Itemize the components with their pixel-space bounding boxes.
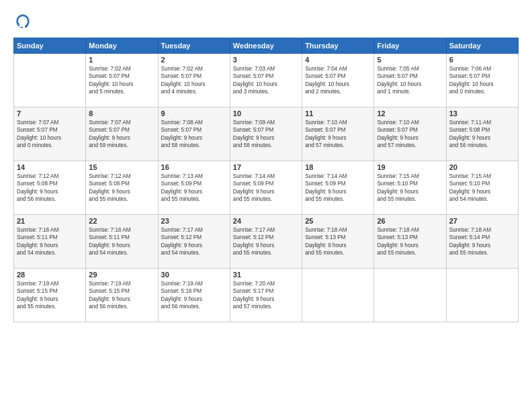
day-number: 15 [89,163,154,171]
calendar-cell: 4Sunrise: 7:04 AM Sunset: 5:07 PM Daylig… [302,54,374,107]
calendar-cell: 23Sunrise: 7:17 AM Sunset: 5:12 PM Dayli… [158,215,230,269]
calendar-cell: 27Sunrise: 7:18 AM Sunset: 5:14 PM Dayli… [446,215,518,269]
cell-details: Sunrise: 7:19 AM Sunset: 5:15 PM Dayligh… [17,280,83,311]
calendar-cell: 6Sunrise: 7:06 AM Sunset: 5:07 PM Daylig… [446,54,518,107]
calendar-cell: 5Sunrise: 7:05 AM Sunset: 5:07 PM Daylig… [374,54,446,107]
calendar-cell: 20Sunrise: 7:15 AM Sunset: 5:10 PM Dayli… [446,161,518,215]
weekday-header-row: SundayMondayTuesdayWednesdayThursdayFrid… [14,38,519,54]
cell-details: Sunrise: 7:19 AM Sunset: 5:16 PM Dayligh… [161,280,227,311]
day-number: 26 [377,217,443,225]
day-number: 22 [89,217,154,225]
calendar-cell: 25Sunrise: 7:18 AM Sunset: 5:13 PM Dayli… [302,215,374,269]
weekday-saturday: Saturday [446,38,518,54]
week-row-4: 28Sunrise: 7:19 AM Sunset: 5:15 PM Dayli… [14,269,519,322]
calendar-cell: 30Sunrise: 7:19 AM Sunset: 5:16 PM Dayli… [158,269,230,322]
calendar-cell [374,269,446,322]
cell-details: Sunrise: 7:15 AM Sunset: 5:10 PM Dayligh… [449,173,515,203]
day-number: 12 [377,109,443,118]
day-number: 9 [161,109,227,118]
day-number: 7 [17,109,83,118]
calendar-cell: 24Sunrise: 7:17 AM Sunset: 5:12 PM Dayli… [230,215,302,269]
day-number: 20 [449,163,515,171]
calendar-cell: 8Sunrise: 7:07 AM Sunset: 5:07 PM Daylig… [86,107,158,161]
cell-details: Sunrise: 7:12 AM Sunset: 5:08 PM Dayligh… [17,173,83,203]
cell-details: Sunrise: 7:12 AM Sunset: 5:08 PM Dayligh… [89,173,154,203]
calendar-cell: 2Sunrise: 7:02 AM Sunset: 5:07 PM Daylig… [158,54,230,107]
cell-details: Sunrise: 7:07 AM Sunset: 5:07 PM Dayligh… [89,119,154,150]
calendar-cell [14,54,86,107]
day-number: 8 [89,109,154,118]
week-row-2: 14Sunrise: 7:12 AM Sunset: 5:08 PM Dayli… [14,161,519,215]
calendar-cell: 21Sunrise: 7:16 AM Sunset: 5:11 PM Dayli… [14,215,86,269]
day-number: 4 [305,56,371,64]
day-number: 19 [377,163,443,171]
cell-details: Sunrise: 7:18 AM Sunset: 5:13 PM Dayligh… [377,226,443,257]
weekday-monday: Monday [86,38,158,54]
cell-details: Sunrise: 7:15 AM Sunset: 5:10 PM Dayligh… [377,173,443,203]
day-number: 18 [305,163,371,171]
cell-details: Sunrise: 7:14 AM Sunset: 5:09 PM Dayligh… [305,173,371,203]
calendar-cell: 29Sunrise: 7:19 AM Sunset: 5:15 PM Dayli… [86,269,158,322]
cell-details: Sunrise: 7:03 AM Sunset: 5:07 PM Dayligh… [233,65,299,96]
calendar-cell: 28Sunrise: 7:19 AM Sunset: 5:15 PM Dayli… [14,269,86,322]
day-number: 14 [17,163,83,171]
day-number: 10 [233,109,299,118]
calendar-cell: 15Sunrise: 7:12 AM Sunset: 5:08 PM Dayli… [86,161,158,215]
day-number: 30 [161,271,227,279]
weekday-friday: Friday [374,38,446,54]
day-number: 2 [161,56,227,64]
calendar-cell: 3Sunrise: 7:03 AM Sunset: 5:07 PM Daylig… [230,54,302,107]
cell-details: Sunrise: 7:02 AM Sunset: 5:07 PM Dayligh… [161,65,227,96]
logo [13,12,35,31]
calendar-cell: 7Sunrise: 7:07 AM Sunset: 5:07 PM Daylig… [14,107,86,161]
day-number: 11 [305,109,371,118]
cell-details: Sunrise: 7:08 AM Sunset: 5:07 PM Dayligh… [161,119,227,150]
day-number: 27 [449,217,515,225]
cell-details: Sunrise: 7:17 AM Sunset: 5:12 PM Dayligh… [233,226,299,257]
calendar-cell: 18Sunrise: 7:14 AM Sunset: 5:09 PM Dayli… [302,161,374,215]
calendar-cell: 16Sunrise: 7:13 AM Sunset: 5:09 PM Dayli… [158,161,230,215]
calendar-cell: 10Sunrise: 7:09 AM Sunset: 5:07 PM Dayli… [230,107,302,161]
calendar-cell: 14Sunrise: 7:12 AM Sunset: 5:08 PM Dayli… [14,161,86,215]
day-number: 23 [161,217,227,225]
calendar-cell: 12Sunrise: 7:10 AM Sunset: 5:07 PM Dayli… [374,107,446,161]
calendar-cell: 9Sunrise: 7:08 AM Sunset: 5:07 PM Daylig… [158,107,230,161]
day-number: 6 [449,56,515,64]
cell-details: Sunrise: 7:18 AM Sunset: 5:14 PM Dayligh… [449,226,515,257]
weekday-tuesday: Tuesday [158,38,230,54]
cell-details: Sunrise: 7:18 AM Sunset: 5:13 PM Dayligh… [305,226,371,257]
day-number: 17 [233,163,299,171]
logo-icon [13,12,32,31]
calendar-cell: 26Sunrise: 7:18 AM Sunset: 5:13 PM Dayli… [374,215,446,269]
week-row-1: 7Sunrise: 7:07 AM Sunset: 5:07 PM Daylig… [14,107,519,161]
week-row-0: 1Sunrise: 7:02 AM Sunset: 5:07 PM Daylig… [14,54,519,107]
calendar-table: SundayMondayTuesdayWednesdayThursdayFrid… [13,38,519,322]
day-number: 16 [161,163,227,171]
cell-details: Sunrise: 7:05 AM Sunset: 5:07 PM Dayligh… [377,65,443,96]
day-number: 31 [233,271,299,279]
calendar-cell: 11Sunrise: 7:10 AM Sunset: 5:07 PM Dayli… [302,107,374,161]
cell-details: Sunrise: 7:09 AM Sunset: 5:07 PM Dayligh… [233,119,299,150]
calendar-cell [446,269,518,322]
cell-details: Sunrise: 7:19 AM Sunset: 5:15 PM Dayligh… [89,280,154,311]
weekday-sunday: Sunday [14,38,86,54]
day-number: 25 [305,217,371,225]
cell-details: Sunrise: 7:11 AM Sunset: 5:08 PM Dayligh… [449,119,515,150]
cell-details: Sunrise: 7:16 AM Sunset: 5:11 PM Dayligh… [89,226,154,257]
weekday-thursday: Thursday [302,38,374,54]
cell-details: Sunrise: 7:16 AM Sunset: 5:11 PM Dayligh… [17,226,83,257]
calendar-cell: 31Sunrise: 7:20 AM Sunset: 5:17 PM Dayli… [230,269,302,322]
header [13,12,519,31]
calendar-page: SundayMondayTuesdayWednesdayThursdayFrid… [0,0,532,411]
calendar-cell [302,269,374,322]
calendar-cell: 22Sunrise: 7:16 AM Sunset: 5:11 PM Dayli… [86,215,158,269]
day-number: 28 [17,271,83,279]
day-number: 21 [17,217,83,225]
cell-details: Sunrise: 7:20 AM Sunset: 5:17 PM Dayligh… [233,280,299,311]
cell-details: Sunrise: 7:04 AM Sunset: 5:07 PM Dayligh… [305,65,371,96]
cell-details: Sunrise: 7:14 AM Sunset: 5:09 PM Dayligh… [233,173,299,203]
weekday-wednesday: Wednesday [230,38,302,54]
cell-details: Sunrise: 7:06 AM Sunset: 5:07 PM Dayligh… [449,65,515,96]
cell-details: Sunrise: 7:17 AM Sunset: 5:12 PM Dayligh… [161,226,227,257]
calendar-cell: 13Sunrise: 7:11 AM Sunset: 5:08 PM Dayli… [446,107,518,161]
